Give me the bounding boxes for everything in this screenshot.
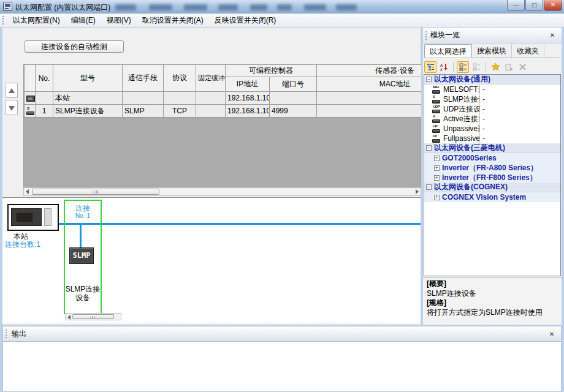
tab-search-module[interactable]: 搜索模块 [472,44,512,58]
cell-mac[interactable] [317,92,422,105]
menu-view[interactable]: 视图(V) [101,13,137,28]
tree-subcategory-inverter-fra800[interactable]: + Inverter（FR-A800 Series） [424,163,560,173]
tab-favorites[interactable]: 收藏夹 [512,44,544,58]
tree-item-value: - [480,105,485,113]
delete-icon[interactable] [516,61,528,73]
maximize-button[interactable]: ▢ [525,0,543,11]
cell-model[interactable]: 本站 [53,92,123,105]
plc-slot-graphic [44,208,51,226]
auto-detect-button[interactable]: 连接设备的自动检测 [25,40,124,53]
menu-apply-and-close[interactable]: 反映设置并关闭(R) [209,13,282,28]
display-order-icon[interactable] [424,61,436,73]
cell-comm[interactable]: SLMP [123,105,164,118]
output-panel-header[interactable]: 输出 ✕ [2,326,562,342]
collapse-tree-icon[interactable] [470,61,482,73]
cell-buffer[interactable] [196,105,226,118]
tree-category-label: 以太网设备(通用) [434,74,490,85]
slmp-device-node[interactable]: SLMP [69,247,94,264]
blurred-menu-artifact [218,4,238,10]
host-station-image[interactable] [7,204,59,231]
tree-subcategory-cognex-vision[interactable]: + COGNEX Vision System [424,192,560,202]
tree-item-fullpassive-connection[interactable]: FP Fullpassive连接 - [424,134,560,143]
scrollbar-thumb[interactable] [32,189,159,195]
tree-category-ethernet-generic[interactable]: − 以太网设备(通用) [424,75,560,85]
plc-group-header: 可编程控制器 [226,65,317,77]
device-table: No. 型号 通信手段 协议 固定缓冲发送接收设置 可编程控制器 传感器·设备 … [23,64,421,118]
module-description-panel: [概要] SLMP连接设备 [规格] 将打开方式指定为SLMP连接时使用 [423,277,562,325]
cell-port[interactable]: 4999 [270,105,317,118]
tree-subcategory-got2000[interactable]: + GOT2000Series [424,153,560,163]
tree-subcategory-label: Inverter（FR-F800 Series） [442,173,537,183]
cell-comm[interactable] [123,92,164,105]
diagram-horizontal-scrollbar[interactable] [65,313,121,320]
fullpassive-device-icon: FP [432,135,441,143]
cell-port[interactable] [270,92,317,105]
tree-category-ethernet-mitsubishi[interactable]: − 以太网设备(三菱电机) [424,143,560,153]
scroll-left-icon[interactable] [67,315,70,320]
tree-item-unpassive-connection[interactable]: UP Unpassive连接 - [424,124,560,134]
connection-text: 连接 [64,205,102,213]
tree-item-label: MELSOFT连接设备 [443,85,480,94]
cell-protocol[interactable]: TCP [164,105,196,118]
ethernet-trunk-line [59,223,421,225]
tree-category-ethernet-cognex[interactable]: − 以太网设备(COGNEX) [424,183,560,192]
tree-subcategory-label: GOT2000Series [442,154,497,162]
connection-count-label: 连接台数:1 [5,239,40,250]
favorite-star-icon[interactable] [489,61,501,73]
expand-toggle-icon[interactable]: + [434,195,440,200]
expand-toggle-icon[interactable]: + [434,175,440,181]
tree-item-active-connection[interactable]: A Active连接设备 - [424,114,560,124]
close-button[interactable]: ✕ [544,0,562,11]
tree-category-label: 以太网设备(COGNEX) [434,182,508,192]
tab-ethernet-selection[interactable]: 以太网选择 [424,44,472,58]
cell-model[interactable]: SLMP连接设备 [53,105,123,118]
collapse-toggle-icon[interactable]: − [426,145,432,151]
cell-no[interactable]: 1 [36,105,53,118]
window-title: 以太网配置 (内置以太网端口) [15,2,110,13]
module-list-toolbar: AZ [424,59,560,74]
tree-item-slmp-device[interactable]: S SLMP连接设备 - [424,94,560,104]
cell-ip[interactable]: 192.168.1.100 [226,92,270,105]
expand-tree-icon[interactable] [457,61,469,73]
menu-edit[interactable]: 编辑(E) [66,13,101,28]
minimize-button[interactable]: — [507,0,525,11]
col-icon-header [25,65,36,92]
blurred-menu-artifact [184,4,207,10]
scroll-left-icon[interactable] [26,189,29,194]
module-list-header[interactable]: 模块一览 ✕ [423,28,562,43]
panel-close-icon[interactable]: ✕ [547,31,557,40]
expand-toggle-icon[interactable]: + [434,156,440,161]
tree-item-udp-device[interactable]: UDP UDP连接设备 - [424,104,560,114]
menu-cancel-and-close[interactable]: 取消设置并关闭(A) [137,13,209,28]
move-row-down-button[interactable] [5,100,18,115]
module-tree: − 以太网设备(通用) MEL MELSOFT连接设备 - S SLMP连接设备… [424,74,561,276]
spec-text: 将打开方式指定为SLMP连接时使用 [427,308,558,318]
table-row-host-station[interactable]: 本站 192.168.1.100 [25,92,422,105]
output-panel-content [2,342,562,392]
add-favorite-icon[interactable] [503,61,515,73]
cell-protocol[interactable] [164,92,196,105]
cell-ip[interactable]: 192.168.1.100 [226,105,270,118]
title-bar[interactable]: 以太网配置 (内置以太网端口) — ▢ ✕ [0,0,564,13]
collapse-toggle-icon[interactable]: − [426,77,432,82]
blurred-menu-artifact [250,4,267,10]
table-horizontal-scrollbar[interactable] [23,187,421,196]
menu-ethernet-config[interactable]: 以太网配置(N) [7,13,66,28]
output-close-icon[interactable]: ✕ [547,330,557,339]
cell-no[interactable] [36,92,53,105]
collapse-toggle-icon[interactable]: − [426,184,432,190]
move-row-up-button[interactable] [5,83,18,98]
tree-subcategory-inverter-frf800[interactable]: + Inverter（FR-F800 Series） [424,173,560,183]
col-model-header: 型号 [53,65,123,92]
tree-item-label: SLMP连接设备 [443,94,480,104]
tree-item-label: Unpassive连接 [443,124,480,134]
cell-mac[interactable] [317,105,422,118]
cell-buffer[interactable] [196,92,226,105]
table-row-slmp-device[interactable]: S 1 SLMP连接设备 SLMP TCP 192.168.1.100 4999 [25,105,422,118]
tree-item-melsoft-connection[interactable]: MEL MELSOFT连接设备 - [424,85,560,94]
sort-az-icon[interactable]: AZ [438,61,450,73]
scrollbar-thumb[interactable] [72,314,114,319]
scroll-right-icon[interactable] [416,189,419,194]
expand-toggle-icon[interactable]: + [434,165,440,171]
col-port-header: 端口号 [270,77,317,92]
